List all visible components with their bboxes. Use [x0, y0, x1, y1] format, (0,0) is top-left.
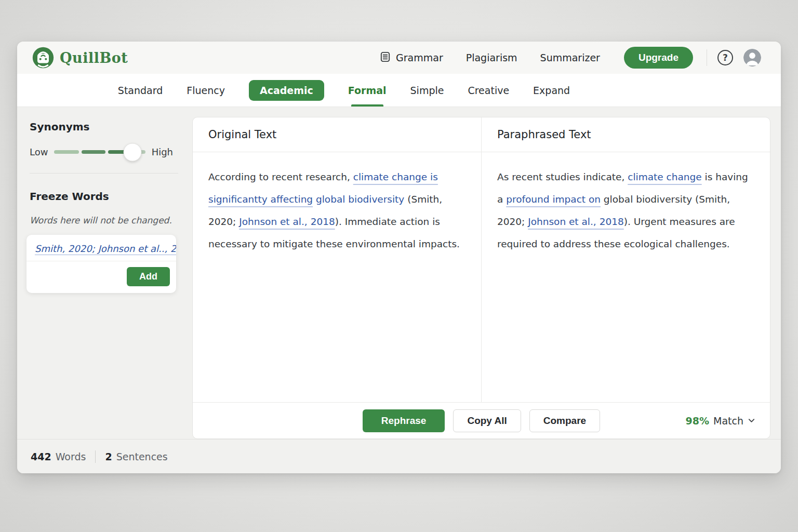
tab-creative[interactable]: Creative — [468, 74, 509, 107]
paraphraser-card: Original Text Paraphrased Text According… — [192, 117, 770, 439]
paraphrased-text-output[interactable]: As recent studies indicate, climate chan… — [481, 152, 770, 402]
panel-headers: Original Text Paraphrased Text — [193, 117, 770, 152]
nav-label-summarizer: Summarizer — [540, 52, 600, 63]
original-text-title: Original Text — [193, 117, 481, 152]
nav-item-summarizer[interactable]: Summarizer — [540, 52, 600, 63]
actions-bar: Rephrase Copy All Compare 98% Match — [193, 402, 770, 438]
stats-divider — [95, 450, 96, 463]
slider-segment-2 — [82, 150, 105, 154]
compare-button[interactable]: Compare — [529, 409, 600, 432]
match-dropdown[interactable]: 98% Match — [686, 415, 755, 427]
nav-label-grammar: Grammar — [396, 52, 443, 63]
active-tab-underline — [351, 104, 383, 107]
tab-expand[interactable]: Expand — [533, 74, 570, 107]
freeze-words-title: Freeze Words — [30, 190, 172, 203]
freeze-add-row: Add — [26, 261, 176, 293]
freeze-word-chip[interactable]: Smith, 2020; Johnson et al.., 2018 — [26, 235, 176, 261]
nav-item-grammar[interactable]: Grammar — [379, 51, 443, 65]
stats-footer: 442 Words 2 Sentences — [17, 439, 781, 473]
quillbot-robot-icon — [32, 46, 55, 69]
tab-simple[interactable]: Simple — [410, 74, 444, 107]
text-segment-plain: According to recent research, — [208, 171, 353, 182]
word-count-label: Words — [56, 451, 86, 462]
text-segment-link: Johnson et al., 2018 — [239, 216, 335, 227]
brand-logo[interactable]: QuillBot — [32, 46, 128, 69]
sentence-count: 2 Sentences — [105, 451, 167, 462]
quillbot-app-window: QuillBot Grammar Plagiarism Summarizer U… — [17, 42, 781, 473]
help-icon[interactable]: ? — [717, 50, 733, 65]
original-text-editor[interactable]: According to recent research, climate ch… — [193, 152, 481, 402]
add-freeze-word-button[interactable]: Add — [127, 267, 170, 286]
tab-standard[interactable]: Standard — [118, 74, 163, 107]
freeze-words-note: Words here will not be changed. — [30, 215, 172, 225]
upgrade-button[interactable]: Upgrade — [624, 47, 693, 69]
header-nav: Grammar Plagiarism Summarizer Upgrade ? — [356, 47, 761, 69]
chevron-down-icon — [748, 415, 755, 427]
nav-item-plagiarism[interactable]: Plagiarism — [466, 52, 517, 63]
synonyms-slider-handle[interactable] — [124, 143, 142, 161]
word-count: 442 Words — [31, 451, 86, 462]
tab-academic[interactable]: Academic — [249, 80, 324, 101]
user-avatar[interactable] — [743, 49, 761, 66]
tab-formal-label: Formal — [348, 85, 387, 96]
synonyms-slider-row: Low High — [30, 147, 173, 157]
mode-tabbar: Standard Fluency Academic Formal Simple … — [17, 74, 781, 107]
brand-wordmark: QuillBot — [60, 50, 128, 66]
nav-label-plagiarism: Plagiarism — [466, 52, 517, 63]
mode-tabs: Standard Fluency Academic Formal Simple … — [118, 74, 570, 107]
panel-bodies: According to recent research, climate ch… — [193, 152, 770, 402]
text-segment-link: profound impact on — [506, 194, 601, 205]
text-segment-link-plain: global biodiversity — [313, 194, 404, 205]
match-percentage: 98% — [686, 415, 709, 427]
freeze-word-text: Smith, 2020; Johnson et al.., 2018 — [35, 243, 176, 254]
freeze-words-card: Smith, 2020; Johnson et al.., 2018 Add — [26, 235, 176, 293]
settings-sidebar: Synonyms Low High Freeze Words Words her… — [17, 107, 184, 439]
sentence-count-label: Sentences — [116, 451, 168, 462]
match-label: Match — [713, 415, 743, 427]
sentence-count-value: 2 — [105, 451, 112, 462]
synonyms-slider-track[interactable] — [54, 150, 145, 154]
tab-formal[interactable]: Formal — [348, 74, 387, 107]
rephrase-button[interactable]: Rephrase — [363, 409, 445, 432]
slider-segment-1 — [54, 150, 78, 154]
tab-fluency[interactable]: Fluency — [187, 74, 225, 107]
sidebar-divider — [30, 173, 178, 174]
paraphrased-text-title: Paraphrased Text — [481, 117, 770, 152]
content-area: Synonyms Low High Freeze Words Words her… — [17, 107, 781, 439]
text-segment-plain: As recent studies indicate, — [497, 171, 628, 182]
synonyms-title: Synonyms — [30, 121, 172, 133]
header-divider — [707, 49, 707, 66]
text-segment-link: climate change — [628, 171, 701, 182]
app-header: QuillBot Grammar Plagiarism Summarizer U… — [17, 42, 781, 74]
main-panel-area: Original Text Paraphrased Text According… — [184, 107, 781, 439]
slider-low-label: Low — [30, 147, 48, 157]
text-segment-link: Johnson et al., 2018 — [528, 216, 624, 227]
slider-high-label: High — [152, 147, 173, 157]
word-count-value: 442 — [31, 451, 51, 462]
document-lines-icon — [379, 51, 391, 65]
copy-all-button[interactable]: Copy All — [453, 409, 521, 432]
